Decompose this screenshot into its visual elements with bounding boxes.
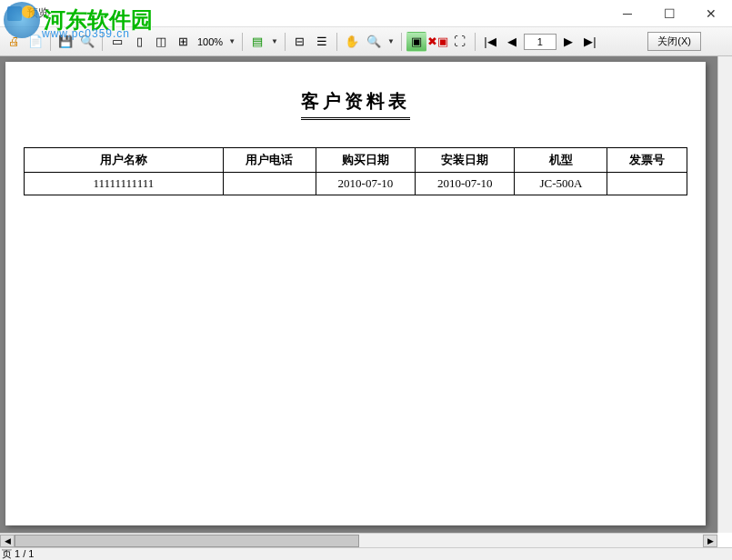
preview-area[interactable]: 客户资料表 用户名称 用户电话 购买日期 安装日期 机型 发票号 1111111…	[0, 56, 732, 533]
document-title: 客户资料表	[301, 89, 410, 120]
page-status: 页 1 / 1	[2, 547, 34, 560]
header-name: 用户名称	[25, 148, 224, 173]
toolbar: 🖨 📄 💾 🔍 ▭ ▯ ◫ ⊞ 100% ▼ ▤ ▼ ⊟ ☰ ✋ 🔍 ▼ ▣ ✖…	[0, 27, 732, 56]
two-page-icon[interactable]: ◫	[151, 32, 171, 52]
tree-icon[interactable]: ☰	[312, 32, 332, 52]
cell-install-date: 2010-07-10	[416, 173, 515, 195]
fullscreen-icon[interactable]: ⛶	[450, 32, 470, 52]
customer-table: 用户名称 用户电话 购买日期 安装日期 机型 发票号 11111111111 2…	[24, 147, 687, 195]
window-controls: ─ ☐ ✕	[607, 0, 732, 27]
cell-phone	[223, 173, 316, 195]
thumbnails-icon[interactable]: ⊟	[290, 32, 310, 52]
header-phone: 用户电话	[223, 148, 316, 173]
cell-buy-date: 2010-07-10	[316, 173, 415, 195]
horizontal-scrollbar[interactable]: ◀ ▶	[0, 533, 717, 547]
hand-tool-icon[interactable]: ✋	[342, 32, 362, 52]
separator	[401, 33, 402, 51]
titlebar: 预览 ─ ☐ ✕	[0, 0, 732, 27]
statusbar: 页 1 / 1	[0, 547, 732, 560]
scroll-left-icon[interactable]: ◀	[0, 535, 15, 547]
outline-dropdown-icon[interactable]: ▼	[269, 37, 280, 45]
zoom-control[interactable]: 100% ▼	[195, 36, 237, 47]
next-page-icon[interactable]: ▶	[558, 32, 578, 52]
scroll-right-icon[interactable]: ▶	[703, 535, 717, 547]
find-icon[interactable]: 🔍	[77, 32, 97, 52]
close-button[interactable]: ✕	[690, 0, 732, 27]
cell-invoice	[607, 173, 687, 195]
header-invoice: 发票号	[607, 148, 687, 173]
first-page-icon[interactable]: |◀	[480, 32, 500, 52]
header-install-date: 安装日期	[416, 148, 515, 173]
separator	[336, 33, 337, 51]
zoom-dropdown-icon[interactable]: ▼	[226, 37, 237, 45]
outline-icon[interactable]: ▤	[247, 32, 267, 52]
toolbar-close-button[interactable]: 关闭(X)	[647, 32, 701, 51]
cell-model: JC-500A	[515, 173, 607, 195]
cell-name: 11111111111	[25, 173, 224, 195]
prev-page-icon[interactable]: ◀	[502, 32, 522, 52]
whole-page-icon[interactable]: ▯	[129, 32, 149, 52]
header-model: 机型	[515, 148, 607, 173]
separator	[475, 33, 476, 51]
zoom-value: 100%	[195, 36, 226, 47]
magnifier-dropdown-icon[interactable]: ▼	[386, 37, 396, 45]
separator	[102, 33, 103, 51]
save-icon[interactable]: 💾	[55, 32, 75, 52]
page-number-input[interactable]	[524, 34, 557, 50]
table-row: 11111111111 2010-07-10 2010-07-10 JC-500…	[25, 173, 687, 195]
document-page: 客户资料表 用户名称 用户电话 购买日期 安装日期 机型 发票号 1111111…	[5, 62, 706, 525]
window-title: 预览	[27, 5, 49, 21]
minimize-button[interactable]: ─	[607, 0, 648, 27]
separator	[50, 33, 51, 51]
separator	[285, 33, 286, 51]
maximize-button[interactable]: ☐	[648, 0, 690, 27]
scroll-thumb[interactable]	[15, 535, 359, 547]
separator	[242, 33, 243, 51]
last-page-icon[interactable]: ▶|	[580, 32, 600, 52]
scroll-track[interactable]	[15, 535, 703, 547]
header-buy-date: 购买日期	[316, 148, 415, 173]
app-icon	[7, 6, 22, 21]
print-setup-icon[interactable]: 📄	[25, 32, 45, 52]
multi-page-icon[interactable]: ⊞	[173, 32, 193, 52]
table-header-row: 用户名称 用户电话 购买日期 安装日期 机型 发票号	[25, 148, 687, 173]
zoom-area-icon[interactable]: ▣	[406, 32, 426, 52]
page-width-icon[interactable]: ▭	[107, 32, 127, 52]
print-icon[interactable]: 🖨	[4, 32, 24, 52]
magnifier-icon[interactable]: 🔍	[364, 32, 384, 52]
vertical-scrollbar[interactable]	[717, 56, 732, 533]
cancel-icon[interactable]: ✖▣	[428, 32, 448, 52]
